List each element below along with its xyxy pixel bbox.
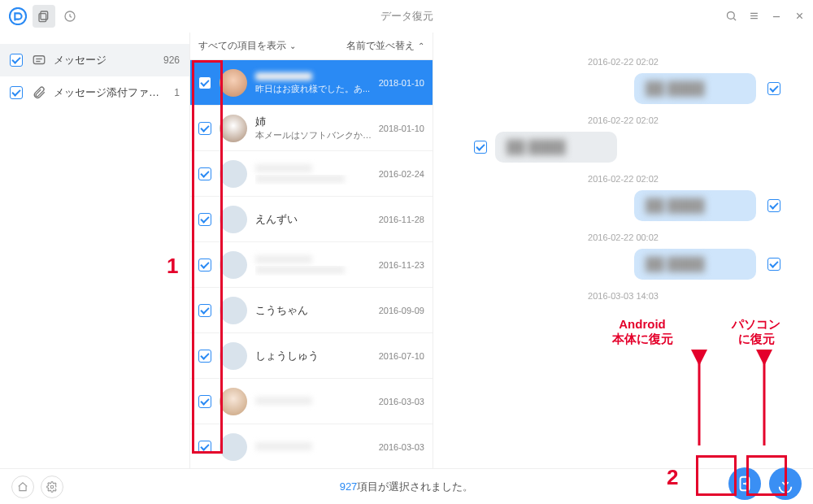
conversation-date: 2016-11-23 xyxy=(379,260,424,270)
settings-button[interactable] xyxy=(41,476,63,498)
sidebar-item-messages[interactable]: メッセージ 926 xyxy=(0,44,189,76)
incoming-message: ██ ████ xyxy=(466,132,780,163)
selection-suffix: 項目が選択されました。 xyxy=(357,480,473,493)
svg-point-0 xyxy=(10,7,26,24)
avatar xyxy=(220,206,247,233)
conversation-date: 2016-02-24 xyxy=(379,169,424,179)
sort-label: 名前で並べ替え xyxy=(346,40,415,51)
home-button[interactable] xyxy=(11,476,34,498)
filter-dropdown[interactable]: すべての項目を表示⌄ xyxy=(198,39,296,53)
message-bubble[interactable]: ██ ████ xyxy=(634,73,756,104)
avatar xyxy=(220,297,247,324)
footer: 927項目が選択されました。 xyxy=(0,468,813,504)
annotation-text-pc: パソコンに復元 xyxy=(715,317,797,346)
selection-status: 927項目が選択されました。 xyxy=(340,480,474,494)
message-bubble[interactable]: ██ ████ xyxy=(495,132,617,163)
search-icon[interactable] xyxy=(724,9,738,24)
conversation-name xyxy=(255,71,374,83)
message-bubble[interactable]: ██ ████ xyxy=(634,190,756,221)
annotation-text-android: Android本体に復元 xyxy=(593,317,691,346)
chat-timestamp: 2016-02-22 02:02 xyxy=(466,57,780,67)
chat-pane: 2016-02-22 02:02██ ████2016-02-22 02:02█… xyxy=(433,33,813,468)
conversation-row[interactable]: しょうしゅう2016-07-10 xyxy=(190,333,433,379)
avatar xyxy=(220,388,247,415)
sidebar-item-label: メッセージ添付ファ… xyxy=(54,85,174,100)
avatar xyxy=(220,115,247,142)
checkbox-icon[interactable] xyxy=(767,258,780,271)
sidebar-item-count: 1 xyxy=(174,87,180,98)
chevron-up-icon: ⌃ xyxy=(418,41,424,50)
conversation-name xyxy=(255,254,374,266)
minimize-icon[interactable] xyxy=(769,9,784,24)
app-logo xyxy=(7,5,29,28)
annotation-box-device xyxy=(696,455,737,496)
svg-point-4 xyxy=(727,12,734,20)
checkbox-icon[interactable] xyxy=(10,86,23,99)
conversation-row[interactable]: 2016-11-23 xyxy=(190,242,433,288)
chevron-down-icon: ⌄ xyxy=(289,41,296,50)
conversation-row[interactable]: 昨日はお疲れ様でした。あ...2018-01-10 xyxy=(190,60,433,106)
outgoing-message: ██ ████ xyxy=(466,73,780,104)
conversation-row[interactable]: こうちゃん2016-09-09 xyxy=(190,288,433,333)
svg-point-14 xyxy=(50,485,54,489)
conversation-name: しょうしゅう xyxy=(255,349,374,363)
svg-rect-11 xyxy=(33,56,45,64)
conversation-date: 2016-09-09 xyxy=(379,306,424,315)
app-header: データ復元 xyxy=(0,0,813,33)
outgoing-message: ██ ████ xyxy=(466,249,780,280)
conversation-row[interactable]: えんずい2016-11-28 xyxy=(190,197,433,242)
checkbox-icon[interactable] xyxy=(474,141,487,154)
sidebar-item-attachments[interactable]: メッセージ添付ファ… 1 xyxy=(0,76,189,109)
avatar xyxy=(220,160,247,188)
annotation-box-1 xyxy=(192,60,223,454)
sort-dropdown[interactable]: 名前で並べ替え⌃ xyxy=(346,39,424,53)
annotation-box-pc xyxy=(746,455,787,496)
sidebar-item-count: 926 xyxy=(163,54,180,66)
avatar xyxy=(220,251,247,279)
checkbox-icon[interactable] xyxy=(767,199,780,212)
conversation-date: 2016-03-03 xyxy=(379,397,424,406)
window-title: データ復元 xyxy=(380,9,433,24)
conversation-preview xyxy=(255,175,374,185)
menu-icon[interactable] xyxy=(746,9,761,24)
avatar xyxy=(220,69,247,97)
conversation-row[interactable]: 2016-02-24 xyxy=(190,151,433,197)
conversation-date: 2018-01-10 xyxy=(379,78,424,88)
chat-timestamp: 2016-02-22 02:02 xyxy=(466,174,780,184)
selection-count: 927 xyxy=(340,480,358,493)
avatar xyxy=(220,433,247,461)
conversation-row[interactable]: 2016-03-03 xyxy=(190,379,433,424)
message-bubble[interactable]: ██ ████ xyxy=(634,249,756,280)
conversation-toolbar: すべての項目を表示⌄ 名前で並べ替え⌃ xyxy=(190,33,433,60)
checkbox-icon[interactable] xyxy=(767,82,780,95)
svg-rect-1 xyxy=(41,11,48,20)
checkbox-icon[interactable] xyxy=(10,54,23,67)
filter-label: すべての項目を表示 xyxy=(198,40,286,51)
chat-timestamp: 2016-02-22 00:02 xyxy=(466,232,780,242)
conversation-preview: 昨日はお疲れ様でした。あ... xyxy=(255,83,374,95)
header-btn-clock[interactable] xyxy=(59,5,81,28)
svg-rect-2 xyxy=(39,13,46,21)
conversation-date: 2018-01-10 xyxy=(379,124,424,133)
header-btn-pages[interactable] xyxy=(33,5,55,28)
conversation-row[interactable]: 姉本メールはソフトバンクからお...2018-01-10 xyxy=(190,106,433,151)
conversation-row[interactable]: 2016-03-03 xyxy=(190,424,433,468)
conversation-date: 2016-11-28 xyxy=(379,215,424,224)
conversation-name: えんずい xyxy=(255,212,374,227)
outgoing-message: ██ ████ xyxy=(466,190,780,221)
message-icon xyxy=(31,52,47,68)
main-area: メッセージ 926 メッセージ添付ファ… 1 すべての項目を表示⌄ 名前で並べ替… xyxy=(0,33,813,468)
attachment-icon xyxy=(31,85,47,101)
conversation-preview: 本メールはソフトバンクからお... xyxy=(255,129,374,141)
annotation-label-2: 2 xyxy=(667,465,678,490)
conversation-date: 2016-03-03 xyxy=(379,442,424,452)
conversation-name: こうちゃん xyxy=(255,303,374,318)
sidebar-item-label: メッセージ xyxy=(54,53,163,67)
conversation-panel: すべての項目を表示⌄ 名前で並べ替え⌃ 昨日はお疲れ様でした。あ...2018-… xyxy=(189,33,433,468)
avatar xyxy=(220,342,247,370)
conversation-list[interactable]: 昨日はお疲れ様でした。あ...2018-01-10姉本メールはソフトバンクからお… xyxy=(190,60,433,468)
conversation-name xyxy=(255,395,374,407)
close-icon[interactable] xyxy=(792,9,806,24)
conversation-name xyxy=(255,163,374,175)
conversation-date: 2016-07-10 xyxy=(379,351,424,361)
